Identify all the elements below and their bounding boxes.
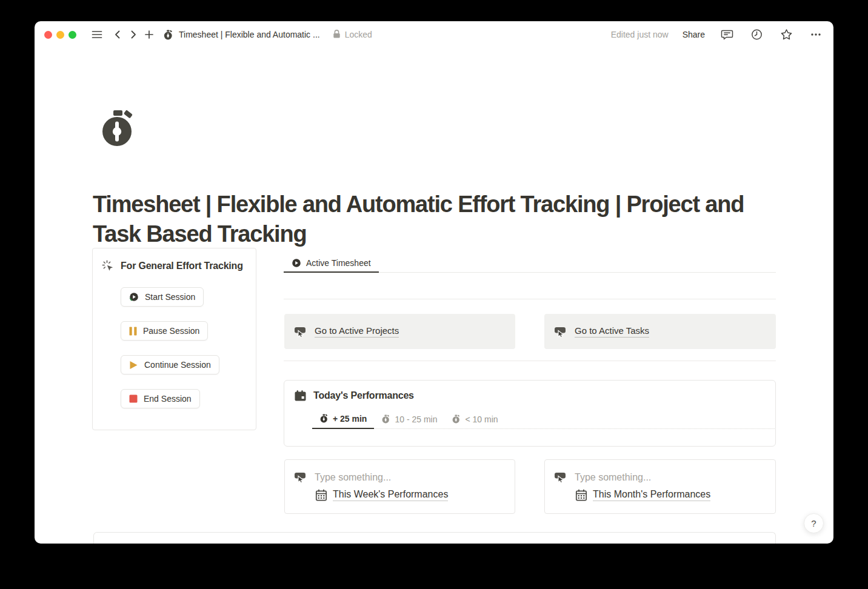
- forward-icon[interactable]: [125, 27, 141, 42]
- todays-performances-header: Today's Performances: [294, 390, 414, 402]
- general-card-title: For General Effort Tracking: [121, 261, 243, 271]
- section-divider: [284, 299, 776, 299]
- edited-status: Edited just now: [611, 30, 669, 39]
- tab-under-10-min-label: < 10 min: [465, 414, 498, 424]
- button-click-icon: [294, 325, 307, 338]
- active-timesheet-label: Active Timesheet: [306, 258, 371, 268]
- start-session-button[interactable]: Start Session: [121, 287, 204, 307]
- titlebar-right: Edited just now Share: [611, 27, 824, 42]
- continue-session-label: Continue Session: [144, 360, 211, 370]
- updates-clock-icon[interactable]: [749, 27, 764, 42]
- cursor-click-icon: [102, 260, 115, 272]
- tab-10-to-25-min[interactable]: 10 - 25 min: [374, 409, 444, 429]
- type-something-placeholder: Type something...: [315, 472, 391, 483]
- notion-window: Timesheet | Flexible and Automatic ... L…: [35, 21, 833, 544]
- button-click-icon: [554, 471, 567, 484]
- help-button[interactable]: ?: [804, 513, 824, 533]
- play-circle-icon: [129, 292, 139, 302]
- button-click-icon: [554, 325, 567, 338]
- end-session-label: End Session: [144, 394, 192, 404]
- end-session-button[interactable]: End Session: [121, 389, 200, 408]
- tab-over-25-min[interactable]: + 25 min: [312, 409, 374, 429]
- this-week-link-row: This Week's Performances: [315, 489, 448, 501]
- button-click-icon: [294, 471, 307, 484]
- type-something-button[interactable]: Type something...: [554, 471, 651, 484]
- page-stopwatch-icon: [163, 30, 173, 40]
- stopwatch-icon: [452, 414, 461, 424]
- page-stopwatch-icon-large[interactable]: [99, 108, 138, 147]
- todays-performances-title: Today's Performances: [313, 390, 414, 401]
- this-month-performances-link[interactable]: This Month's Performances: [593, 489, 710, 501]
- page-title[interactable]: Timesheet | Flexible and Automatic Effor…: [93, 190, 784, 249]
- this-week-performances-link[interactable]: This Week's Performances: [333, 489, 448, 501]
- type-something-button[interactable]: Type something...: [294, 471, 391, 484]
- pause-icon: [129, 327, 137, 336]
- general-card-header: For General Effort Tracking: [102, 260, 243, 272]
- breadcrumb[interactable]: Timesheet | Flexible and Automatic ...: [163, 30, 320, 40]
- go-to-active-tasks-card[interactable]: Go to Active Tasks: [544, 314, 776, 349]
- play-circle-icon: [292, 258, 301, 268]
- titlebar: Timesheet | Flexible and Automatic ... L…: [35, 21, 833, 48]
- tab-under-10-min[interactable]: < 10 min: [444, 409, 505, 429]
- calendar-icon: [294, 390, 307, 402]
- lock-icon: [332, 29, 341, 41]
- more-ellipsis-icon[interactable]: [808, 27, 824, 42]
- stopwatch-icon: [319, 414, 329, 423]
- new-page-icon[interactable]: [141, 27, 157, 42]
- type-something-placeholder: Type something...: [575, 472, 651, 483]
- pause-session-button[interactable]: Pause Session: [121, 321, 208, 341]
- go-to-active-tasks-link[interactable]: Go to Active Tasks: [575, 325, 649, 338]
- calendar-grid-icon: [315, 489, 327, 501]
- minimize-window-button[interactable]: [56, 31, 64, 39]
- continue-session-button[interactable]: Continue Session: [121, 355, 219, 374]
- todays-performances-card: Today's Performances + 25 min 10 - 25 mi…: [284, 380, 776, 447]
- lock-label: Locked: [345, 30, 372, 39]
- tab-10-to-25-min-label: 10 - 25 min: [395, 414, 437, 424]
- this-month-link-row: This Month's Performances: [575, 489, 710, 501]
- favorite-star-icon[interactable]: [778, 27, 794, 42]
- go-to-active-projects-link[interactable]: Go to Active Projects: [315, 325, 399, 338]
- this-week-card: Type something... This Week's Performanc…: [284, 459, 515, 514]
- next-section-card: [93, 532, 776, 544]
- go-to-active-projects-card[interactable]: Go to Active Projects: [284, 314, 515, 349]
- this-month-card: Type something... This Month's Performan…: [544, 459, 776, 514]
- stopwatch-icon: [381, 414, 390, 424]
- comments-icon[interactable]: [719, 27, 735, 42]
- play-icon: [129, 361, 138, 370]
- calendar-grid-icon: [575, 489, 587, 501]
- zoom-window-button[interactable]: [68, 31, 76, 39]
- close-window-button[interactable]: [44, 31, 52, 39]
- section-divider: [284, 361, 776, 361]
- lock-status[interactable]: Locked: [332, 29, 372, 41]
- titlebar-left: Timesheet | Flexible and Automatic ... L…: [44, 27, 372, 42]
- back-icon[interactable]: [110, 27, 125, 42]
- duration-tabs: + 25 min 10 - 25 min < 10 min: [312, 409, 506, 429]
- breadcrumb-title: Timesheet | Flexible and Automatic ...: [179, 30, 320, 39]
- tab-over-25-min-label: + 25 min: [333, 414, 367, 424]
- pause-session-label: Pause Session: [143, 326, 199, 336]
- sidebar-menu-icon[interactable]: [89, 27, 105, 42]
- tab-active-timesheet[interactable]: Active Timesheet: [284, 255, 379, 273]
- share-button[interactable]: Share: [683, 30, 705, 39]
- stop-icon: [129, 394, 138, 403]
- general-effort-tracking-card: For General Effort Tracking Start Sessio…: [92, 248, 256, 430]
- start-session-label: Start Session: [145, 292, 195, 302]
